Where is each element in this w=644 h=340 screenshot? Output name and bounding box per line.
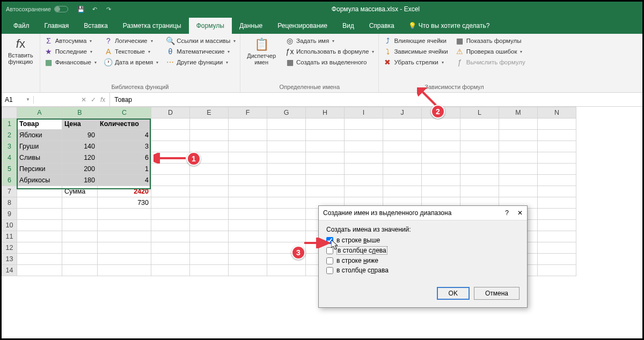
cell-c1[interactable]: Количество	[98, 119, 151, 130]
row-header-3[interactable]: 3	[2, 141, 17, 152]
select-all-corner[interactable]	[2, 107, 17, 119]
close-icon[interactable]: ✕	[517, 209, 523, 217]
cell-a7[interactable]	[17, 186, 62, 197]
date-button[interactable]: 🕐Дата и время▾	[103, 57, 159, 67]
col-header-f[interactable]: F	[229, 107, 267, 119]
cell-a6[interactable]: Абрикосы	[17, 175, 62, 186]
name-box[interactable]: A1 ▼	[2, 96, 34, 104]
row-header-11[interactable]: 11	[2, 231, 17, 242]
trace-precedents-button[interactable]: ⤴Влияющие ячейки	[382, 36, 449, 46]
row-header-10[interactable]: 10	[2, 220, 17, 231]
col-header-m[interactable]: M	[499, 107, 538, 119]
tab-layout[interactable]: Разметка страницы	[115, 18, 189, 34]
cell-b5[interactable]: 200	[62, 164, 98, 175]
undo-icon[interactable]: ↶	[91, 5, 99, 13]
more-button[interactable]: ⋯Другие функции▾	[165, 57, 237, 67]
math-button[interactable]: θМатематические▾	[165, 47, 237, 56]
cell-c7[interactable]: 2420	[98, 186, 151, 197]
tab-formulas[interactable]: Формулы	[189, 18, 232, 34]
autosum-button[interactable]: ΣАвтосумма▾	[43, 36, 98, 46]
cell-a3[interactable]: Груши	[17, 141, 62, 152]
tab-home[interactable]: Главная	[37, 18, 77, 34]
insert-function-button[interactable]: fx Вставитьфункцию	[5, 36, 36, 66]
cell-a4[interactable]: Сливы	[17, 152, 62, 164]
error-checking-button[interactable]: ⚠Проверка ошибок▾	[455, 47, 526, 56]
row-header-1[interactable]: 1	[2, 119, 17, 130]
col-header-d[interactable]: D	[151, 107, 190, 119]
create-from-selection-button[interactable]: ▦Создать из выделенного	[284, 57, 375, 67]
save-icon[interactable]: 💾	[77, 5, 85, 13]
row-header-14[interactable]: 14	[2, 265, 17, 276]
row-header-4[interactable]: 4	[2, 152, 17, 164]
tab-view[interactable]: Вид	[335, 18, 362, 34]
tab-data[interactable]: Данные	[232, 18, 270, 34]
col-header-j[interactable]: J	[383, 107, 422, 119]
col-header-a[interactable]: A	[17, 107, 62, 119]
use-in-formula-button[interactable]: ƒxИспользовать в формуле▾	[284, 47, 375, 56]
chevron-down-icon[interactable]: ▼	[26, 97, 30, 102]
cell-c3[interactable]: 3	[98, 141, 151, 152]
evaluate-formula-button[interactable]: ƒВычислить формулу	[455, 57, 526, 67]
cancel-button[interactable]: Отмена	[474, 287, 519, 300]
tab-insert[interactable]: Вставка	[76, 18, 115, 34]
switch-icon[interactable]	[54, 6, 68, 12]
cell-c5[interactable]: 1	[98, 164, 151, 175]
show-formulas-button[interactable]: ▦Показать формулы	[455, 36, 526, 46]
cell-a1[interactable]: Товар	[17, 119, 62, 130]
help-icon[interactable]: ?	[505, 209, 509, 217]
text-button[interactable]: AТекстовые▾	[103, 47, 159, 56]
fx-bar-icon[interactable]: fx	[100, 96, 105, 104]
financial-button[interactable]: ▦Финансовые▾	[43, 57, 98, 67]
row-header-12[interactable]: 12	[2, 242, 17, 254]
row-header-9[interactable]: 9	[2, 209, 17, 220]
tab-file[interactable]: Файл	[6, 18, 37, 34]
cell-b1[interactable]: Цена	[62, 119, 98, 130]
cell-b6[interactable]: 180	[62, 175, 98, 186]
cell-b4[interactable]: 120	[62, 152, 98, 164]
col-header-g[interactable]: G	[267, 107, 306, 119]
recent-button[interactable]: ★Последние▾	[43, 47, 98, 56]
cell-a5[interactable]: Персики	[17, 164, 62, 175]
col-header-h[interactable]: H	[306, 107, 345, 119]
ok-button[interactable]: OK	[437, 287, 470, 300]
autosave-toggle[interactable]: Автосохранение	[6, 6, 68, 12]
col-header-i[interactable]: I	[345, 107, 383, 119]
checkbox-bottom-row-input[interactable]	[326, 257, 333, 264]
cell-c4[interactable]: 6	[98, 152, 151, 164]
logical-button[interactable]: ?Логические▾	[103, 36, 159, 46]
checkbox-top-row[interactable]: в строке выше	[326, 236, 519, 244]
checkbox-left-col[interactable]: в столбце слева	[326, 246, 519, 255]
row-header-5[interactable]: 5	[2, 164, 17, 175]
col-header-c[interactable]: C	[98, 107, 151, 119]
cancel-icon[interactable]: ✕	[81, 96, 86, 104]
cell-b7[interactable]: Сумма	[62, 186, 98, 197]
row-header-13[interactable]: 13	[2, 254, 17, 265]
remove-arrows-button[interactable]: ✖Убрать стрелки▾	[382, 57, 449, 67]
cell-b2[interactable]: 90	[62, 130, 98, 141]
row-header-7[interactable]: 7	[2, 186, 17, 197]
define-name-button[interactable]: ◎Задать имя▾	[284, 36, 375, 46]
checkbox-right-col[interactable]: в столбце справа	[326, 267, 519, 274]
row-header-2[interactable]: 2	[2, 130, 17, 141]
dialog-titlebar[interactable]: Создание имен из выделенного диапазона ?…	[319, 206, 527, 220]
enter-icon[interactable]: ✓	[91, 96, 96, 104]
cell-a2[interactable]: Яблоки	[17, 130, 62, 141]
tab-review[interactable]: Рецензирование	[270, 18, 335, 34]
col-header-e[interactable]: E	[190, 107, 229, 119]
name-manager-button[interactable]: 📋 Диспетчеримен	[244, 36, 279, 67]
checkbox-bottom-row[interactable]: в строке ниже	[326, 257, 519, 264]
cell-c2[interactable]: 4	[98, 130, 151, 141]
trace-dependents-button[interactable]: ⤵Зависимые ячейки	[382, 47, 449, 56]
row-header-6[interactable]: 6	[2, 175, 17, 186]
formula-input[interactable]: Товар	[110, 96, 642, 104]
row-header-8[interactable]: 8	[2, 197, 17, 209]
cell-c6[interactable]: 4	[98, 175, 151, 186]
redo-icon[interactable]: ↷	[105, 5, 113, 13]
tell-me-search[interactable]: 💡 Что вы хотите сделать?	[408, 18, 490, 34]
tab-help[interactable]: Справка	[362, 18, 402, 34]
lookup-button[interactable]: 🔍Ссылки и массивы▾	[165, 36, 237, 46]
cell-c8[interactable]: 730	[98, 197, 151, 209]
cell-b3[interactable]: 140	[62, 141, 98, 152]
checkbox-right-col-input[interactable]	[326, 267, 333, 274]
col-header-n[interactable]: N	[538, 107, 576, 119]
